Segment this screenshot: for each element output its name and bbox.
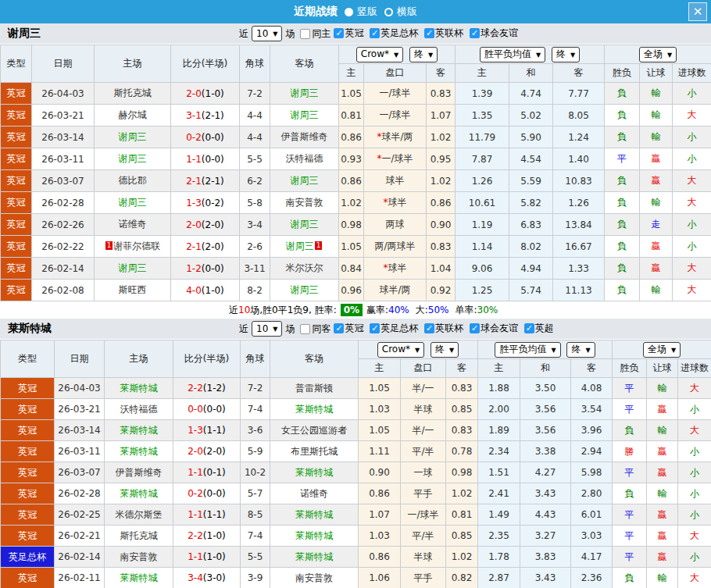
home-team-name: 莱斯特城 <box>120 383 158 394</box>
vertical-layout-radio[interactable] <box>345 8 353 16</box>
home-team-name: 斯托克城 <box>120 530 158 541</box>
league-filter[interactable]: 英足总杯 <box>370 27 418 40</box>
avg-home-odds: 1.49 <box>478 504 520 526</box>
handicap-result-value: 輸 <box>640 192 673 214</box>
home-team: 莱斯特城 <box>105 568 173 588</box>
halftime-score: (0-0) <box>202 132 224 143</box>
result-value: 負 <box>613 483 647 504</box>
halftime-score: (1-0) <box>203 530 226 541</box>
score-cell: 3-1(2-1) <box>171 105 240 127</box>
team2-name: 莱斯特城 <box>8 322 52 336</box>
match-row: 英冠 26-03-07 伊普斯维奇 1-1(0-1) 10-2 莱斯特城 0.9… <box>1 462 711 483</box>
away-team-name: 南安普敦 <box>295 572 333 583</box>
halftime-score: (1-2) <box>203 383 226 394</box>
checkbox-checked-icon[interactable] <box>334 28 344 38</box>
avg-draw-odds: 6.83 <box>509 214 553 236</box>
league-filter[interactable]: 英冠 <box>334 322 363 335</box>
home-team: 1谢菲尔德联 <box>95 236 171 258</box>
avg-home-odds: 2.00 <box>478 399 520 420</box>
avg-draw-odds: 3.38 <box>520 441 571 462</box>
league-filter[interactable]: 球会友谊 <box>470 27 518 40</box>
bookmaker-select[interactable]: Crow* <box>377 342 424 358</box>
close-icon[interactable]: ✕ <box>688 2 707 21</box>
home-odds: 0.86 <box>339 170 364 192</box>
away-team: 莱斯特城 <box>270 399 359 420</box>
col-avg-draw: 和 <box>520 359 571 378</box>
checkbox-checked-icon[interactable] <box>370 323 380 333</box>
away-odds: 0.86 <box>427 192 456 214</box>
final-odds-select[interactable]: 终 <box>431 342 459 358</box>
wdl-average-select[interactable]: 胜平负均值 <box>495 342 560 358</box>
home-team: 斯旺西 <box>95 280 171 301</box>
result-value: 勝 <box>613 441 647 462</box>
avg-away-odds: 2.80 <box>571 483 613 504</box>
league-filter[interactable]: 英冠 <box>334 27 363 40</box>
match-type: 英冠 <box>1 504 55 526</box>
avg-away-odds: 1.40 <box>553 148 605 170</box>
checkbox-checked-icon[interactable] <box>524 323 534 333</box>
handicap-line: 平手 <box>401 568 446 588</box>
home-team-name: 谢周三 <box>119 153 147 164</box>
league-filter[interactable]: 英足总杯 <box>370 322 418 335</box>
away-team-name: 莱斯特城 <box>295 551 333 562</box>
away-team-name: 莱斯特城 <box>295 404 333 415</box>
final-avg-select[interactable]: 终 <box>566 342 595 358</box>
handicap-line: 球半 <box>364 170 427 192</box>
away-odds: 0.95 <box>427 148 456 170</box>
goals-value: 大 <box>678 526 711 547</box>
avg-away-odds: 5.98 <box>571 462 613 483</box>
goals-value: 小 <box>673 236 711 258</box>
same-away-checkbox[interactable] <box>300 324 310 334</box>
fulltime-select[interactable]: 全场 <box>643 342 681 358</box>
horizontal-layout-radio[interactable] <box>384 8 393 16</box>
home-odds: 1.02 <box>339 192 364 214</box>
checkbox-checked-icon[interactable] <box>424 28 434 38</box>
away-team-name: 伊普斯维奇 <box>281 131 328 142</box>
away-odds: 0.83 <box>446 378 478 399</box>
bookmaker-select[interactable]: Crow* <box>356 47 403 62</box>
recent-count-select[interactable]: 10 <box>252 321 282 337</box>
checkbox-checked-icon[interactable] <box>424 323 434 333</box>
team1-results-table: 类型 日期 主场 比分(半场) 角球 客场 Crow* 终 胜平负均值 终 全场 <box>0 45 711 301</box>
avg-draw-odds: 3.43 <box>520 483 571 504</box>
checkbox-checked-icon[interactable] <box>470 323 480 333</box>
match-date: 26-04-03 <box>32 83 95 105</box>
match-type: 英冠 <box>1 127 32 148</box>
match-date: 26-02-21 <box>55 526 105 547</box>
final-avg-select[interactable]: 终 <box>552 47 580 62</box>
result-value: 負 <box>605 236 640 258</box>
checkbox-checked-icon[interactable] <box>470 28 480 38</box>
halftime-score: (1-0) <box>203 551 226 562</box>
result-value: 平 <box>613 547 647 568</box>
halftime-score: (1-0) <box>202 285 224 296</box>
handicap-result-value: 贏 <box>647 547 678 568</box>
home-team: 谢周三 <box>95 127 171 148</box>
avg-draw-odds: 4.54 <box>509 148 553 170</box>
fulltime-score: 1-3 <box>186 198 202 208</box>
fulltime-score: 1-1 <box>188 509 203 520</box>
league-filter[interactable]: 英超 <box>524 322 554 335</box>
fulltime-select[interactable]: 全场 <box>639 47 677 62</box>
recent-count-select[interactable]: 10 <box>252 26 282 41</box>
fulltime-group-header: 全场 <box>605 45 711 64</box>
wdl-average-select[interactable]: 胜平负均值 <box>480 47 545 62</box>
same-home-checkbox[interactable] <box>300 29 310 39</box>
avg-home-odds: 7.87 <box>456 148 509 170</box>
league-filter[interactable]: 球会友谊 <box>470 322 518 335</box>
away-odds: 0.90 <box>427 214 456 236</box>
titlebar: 近期战绩 竖版 横版 ✕ <box>0 0 711 23</box>
handicap-line: 球半/两 <box>364 280 427 301</box>
avg-group-header: 胜平负均值 终 <box>478 340 613 359</box>
col-date: 日期 <box>55 340 105 378</box>
corner-count: 5-7 <box>241 483 270 504</box>
checkbox-checked-icon[interactable] <box>334 323 344 333</box>
league-filter[interactable]: 英联杯 <box>424 322 463 335</box>
col-handicap-result: 让球 <box>640 64 673 83</box>
checkbox-checked-icon[interactable] <box>370 28 380 38</box>
match-date: 26-03-14 <box>32 127 95 148</box>
chevron-down-icon <box>671 344 676 356</box>
final-odds-select[interactable]: 终 <box>409 47 438 62</box>
league-filter[interactable]: 英联杯 <box>424 27 463 40</box>
away-odds: 0.92 <box>427 280 456 301</box>
match-type: 英冠 <box>1 83 32 105</box>
